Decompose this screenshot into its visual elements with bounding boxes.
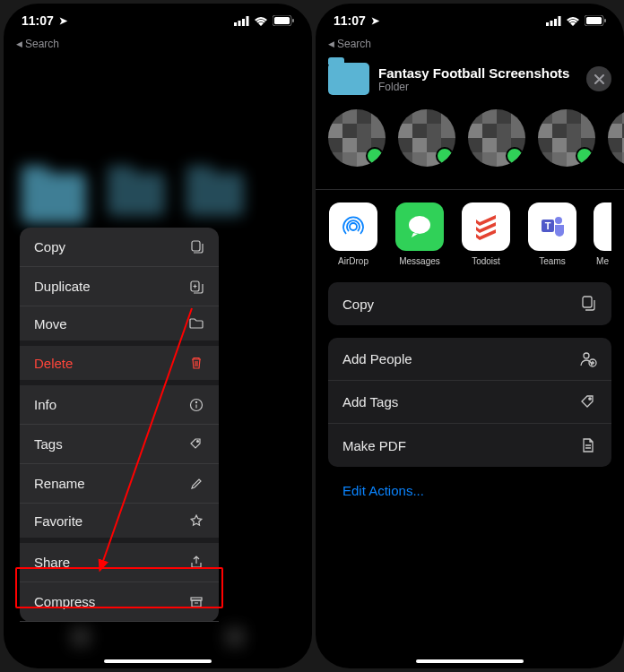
context-menu: Copy Duplicate Move Delete Info Tags Ren… <box>20 228 219 622</box>
app-label: Teams <box>539 256 565 266</box>
menu-item-label: Delete <box>34 356 73 371</box>
folder-icon <box>328 63 369 95</box>
pencil-icon <box>188 476 204 492</box>
contact-avatar[interactable] <box>538 109 595 167</box>
action-item-label: Add Tags <box>342 394 398 409</box>
contact-avatar[interactable] <box>468 109 525 167</box>
status-bar: 11:07 ➤ <box>4 4 312 38</box>
menu-item-label: Duplicate <box>34 279 91 294</box>
back-to-search[interactable]: Search <box>4 38 312 50</box>
location-arrow-icon: ➤ <box>371 15 379 27</box>
action-item-label: Copy <box>342 297 374 312</box>
app-messages[interactable]: Messages <box>394 202 445 266</box>
menu-info[interactable]: Info <box>20 385 219 425</box>
menu-tags[interactable]: Tags <box>20 425 219 464</box>
share-title: Fantasy Football Screenshots <box>378 65 577 81</box>
menu-item-label: Rename <box>34 476 85 491</box>
duplicate-icon <box>188 279 204 295</box>
menu-move[interactable]: Move <box>20 306 219 346</box>
app-more-icon <box>594 202 611 251</box>
share-icon <box>188 555 204 571</box>
phone-left: 11:07 ➤ Search <box>4 4 312 668</box>
contacts-row[interactable] <box>316 109 624 190</box>
close-button[interactable] <box>586 66 611 91</box>
trash-icon <box>188 355 204 371</box>
location-arrow-icon: ➤ <box>59 15 67 27</box>
edit-actions-link[interactable]: Edit Actions... <box>316 479 624 502</box>
svg-rect-20 <box>586 17 602 24</box>
menu-share[interactable]: Share <box>20 543 219 582</box>
battery-icon <box>585 15 606 26</box>
menu-rename[interactable]: Rename <box>20 464 219 504</box>
menu-item-label: Share <box>34 555 70 570</box>
svg-point-22 <box>350 223 357 230</box>
folder-thumbnail <box>108 173 165 216</box>
actions-block-b: Add People Add Tags Make PDF <box>328 338 611 467</box>
signal-icon <box>546 16 561 26</box>
info-icon <box>188 397 204 413</box>
svg-rect-1 <box>238 21 241 26</box>
status-time: 11:07 <box>334 13 366 28</box>
action-copy[interactable]: Copy <box>328 282 611 325</box>
menu-item-label: Tags <box>34 436 63 452</box>
share-subtitle: Folder <box>378 81 577 93</box>
svg-rect-18 <box>559 16 561 26</box>
folder-thumbnail <box>186 173 244 216</box>
action-make-pdf[interactable]: Make PDF <box>328 424 611 467</box>
back-to-search[interactable]: Search <box>316 38 624 50</box>
action-item-label: Add People <box>342 351 412 366</box>
airdrop-icon <box>329 202 377 251</box>
teams-icon: T <box>528 202 576 251</box>
status-bar: 11:07 ➤ <box>316 4 624 38</box>
menu-item-label: Move <box>34 316 67 332</box>
folder-icon <box>188 315 204 332</box>
copy-icon <box>579 295 597 313</box>
app-label: Messages <box>399 256 440 266</box>
contact-avatar[interactable] <box>398 109 455 167</box>
tag-icon <box>579 393 597 411</box>
archive-icon <box>188 594 204 610</box>
app-teams[interactable]: T Teams <box>527 202 577 266</box>
wifi-icon <box>254 16 268 26</box>
menu-item-label: Info <box>34 397 56 412</box>
app-label: Me <box>596 256 609 266</box>
app-label: AirDrop <box>338 256 368 266</box>
copy-icon <box>188 239 204 255</box>
contact-avatar[interactable] <box>608 109 624 167</box>
menu-copy[interactable]: Copy <box>20 228 219 267</box>
svg-point-23 <box>409 216 430 234</box>
apps-row[interactable]: AirDrop Messages Todoist T Teams Me <box>316 202 624 282</box>
doc-icon <box>579 436 597 454</box>
status-time: 11:07 <box>22 13 54 28</box>
menu-item-label: Favorite <box>34 513 82 529</box>
home-indicator[interactable] <box>416 659 524 663</box>
svg-point-10 <box>195 401 196 402</box>
home-indicator[interactable] <box>104 659 212 663</box>
todoist-icon <box>462 202 510 251</box>
signal-icon <box>234 16 249 26</box>
svg-rect-15 <box>546 22 549 26</box>
svg-text:T: T <box>545 220 551 231</box>
svg-rect-3 <box>247 16 249 26</box>
menu-delete[interactable]: Delete <box>20 346 219 385</box>
person-add-icon <box>579 350 597 368</box>
contact-avatar[interactable] <box>328 109 386 167</box>
svg-rect-16 <box>550 21 553 26</box>
action-item-label: Make PDF <box>342 438 406 453</box>
app-airdrop[interactable]: AirDrop <box>328 202 378 266</box>
share-sheet-header: Fantasy Football Screenshots Folder <box>316 50 624 109</box>
svg-rect-2 <box>242 19 245 26</box>
action-add-people[interactable]: Add People <box>328 338 611 381</box>
svg-rect-27 <box>583 297 592 307</box>
menu-compress[interactable]: Compress <box>20 582 219 622</box>
folder-thumbnail <box>22 173 86 223</box>
svg-point-30 <box>589 397 591 399</box>
app-label: Todoist <box>472 256 500 266</box>
app-more[interactable]: Me <box>594 202 611 266</box>
menu-favorite[interactable]: Favorite <box>20 504 219 543</box>
star-icon <box>188 513 204 529</box>
svg-point-11 <box>197 440 199 442</box>
menu-duplicate[interactable]: Duplicate <box>20 267 219 306</box>
app-todoist[interactable]: Todoist <box>461 202 511 266</box>
action-add-tags[interactable]: Add Tags <box>328 381 611 424</box>
